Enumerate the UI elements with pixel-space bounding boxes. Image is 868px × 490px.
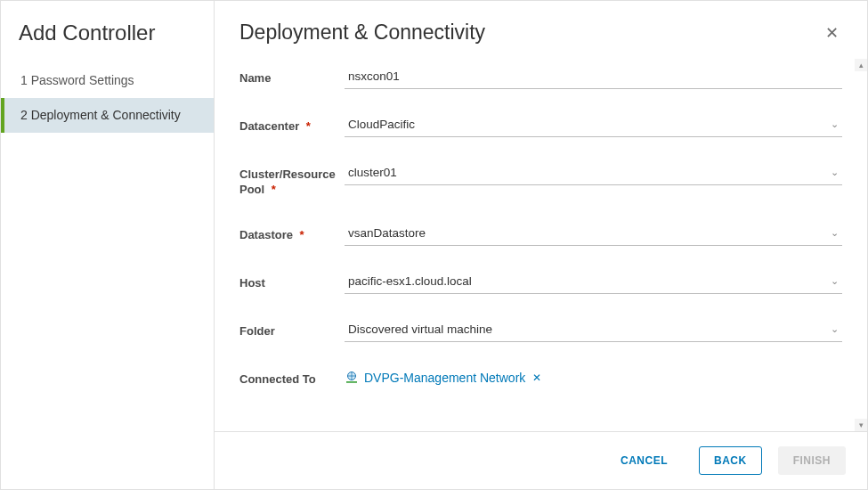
finish-button: FINISH: [778, 446, 846, 475]
row-cluster: Cluster/Resource Pool * cluster01 ⌄: [239, 162, 842, 198]
datacenter-select[interactable]: CloudPacific ⌄: [345, 114, 842, 137]
chevron-down-icon: ⌄: [831, 323, 839, 335]
form-scroll-region: ▴ Name nsxcon01 Datacenter *: [215, 59, 867, 431]
folder-select[interactable]: Discovered virtual machine ⌄: [345, 319, 842, 342]
folder-value: Discovered virtual machine: [348, 323, 825, 336]
label-connected-to: Connected To: [239, 367, 345, 388]
row-datacenter: Datacenter * CloudPacific ⌄: [239, 114, 842, 137]
name-input[interactable]: nsxcon01: [345, 66, 842, 89]
required-asterisk: *: [272, 183, 276, 196]
back-button[interactable]: BACK: [699, 446, 762, 475]
cancel-button[interactable]: CANCEL: [605, 446, 683, 475]
dialog-footer: CANCEL BACK FINISH: [215, 431, 867, 489]
host-value: pacific-esx1.cloud.local: [348, 274, 825, 288]
step-deployment-connectivity[interactable]: 2 Deployment & Connectivity: [1, 98, 214, 133]
connected-value-group: DVPG-Management Network ✕: [345, 367, 541, 385]
chevron-down-icon: ⌄: [831, 227, 839, 239]
row-name: Name nsxcon01: [239, 66, 842, 89]
connected-network-link[interactable]: DVPG-Management Network: [364, 371, 525, 385]
chevron-down-icon: ⌄: [831, 167, 839, 178]
close-icon[interactable]: ✕: [822, 21, 842, 45]
label-datacenter: Datacenter *: [239, 114, 345, 135]
step-password-settings[interactable]: 1 Password Settings: [1, 63, 214, 98]
label-name: Name: [239, 66, 345, 86]
main-panel: Deployment & Connectivity ✕ ▴ Name nsxco…: [215, 1, 867, 489]
remove-network-icon[interactable]: ✕: [532, 372, 541, 384]
wizard-dialog: Add Controller 1 Password Settings 2 Dep…: [0, 0, 868, 490]
datacenter-value: CloudPacific: [348, 118, 825, 131]
label-datacenter-text: Datacenter: [239, 119, 299, 133]
form-container: Name nsxcon01 Datacenter * CloudPacific …: [215, 59, 867, 431]
scroll-down-arrow[interactable]: ▾: [855, 419, 867, 431]
page-title: Deployment & Connectivity: [239, 20, 485, 45]
label-datastore-text: Datastore: [239, 228, 293, 241]
required-asterisk: *: [306, 119, 311, 133]
datastore-value: vsanDatastore: [348, 226, 825, 240]
label-host: Host: [239, 271, 345, 291]
chevron-down-icon: ⌄: [831, 275, 839, 287]
svg-rect-1: [346, 381, 357, 383]
row-datastore: Datastore * vsanDatastore ⌄: [239, 223, 842, 246]
label-cluster: Cluster/Resource Pool *: [239, 162, 345, 198]
chevron-down-icon: ⌄: [831, 118, 839, 130]
required-asterisk: *: [300, 228, 304, 241]
host-select[interactable]: pacific-esx1.cloud.local ⌄: [345, 271, 842, 294]
row-connected-to: Connected To DVPG-Management Network ✕: [239, 367, 842, 388]
step-label: 1 Password Settings: [20, 73, 134, 87]
step-label: 2 Deployment & Connectivity: [20, 108, 181, 122]
row-folder: Folder Discovered virtual machine ⌄: [239, 319, 842, 342]
label-cluster-text: Cluster/Resource Pool: [239, 167, 336, 196]
cluster-value: cluster01: [348, 166, 825, 179]
label-folder: Folder: [239, 319, 345, 339]
datastore-select[interactable]: vsanDatastore ⌄: [345, 223, 842, 246]
dialog-body: Add Controller 1 Password Settings 2 Dep…: [1, 1, 867, 489]
main-header: Deployment & Connectivity ✕: [215, 1, 867, 59]
cluster-select[interactable]: cluster01 ⌄: [345, 162, 842, 185]
wizard-title: Add Controller: [1, 20, 214, 63]
label-datastore: Datastore *: [239, 223, 345, 243]
row-host: Host pacific-esx1.cloud.local ⌄: [239, 271, 842, 294]
wizard-sidebar: Add Controller 1 Password Settings 2 Dep…: [1, 1, 215, 489]
name-value: nsxcon01: [348, 69, 839, 83]
network-icon: [345, 371, 359, 385]
